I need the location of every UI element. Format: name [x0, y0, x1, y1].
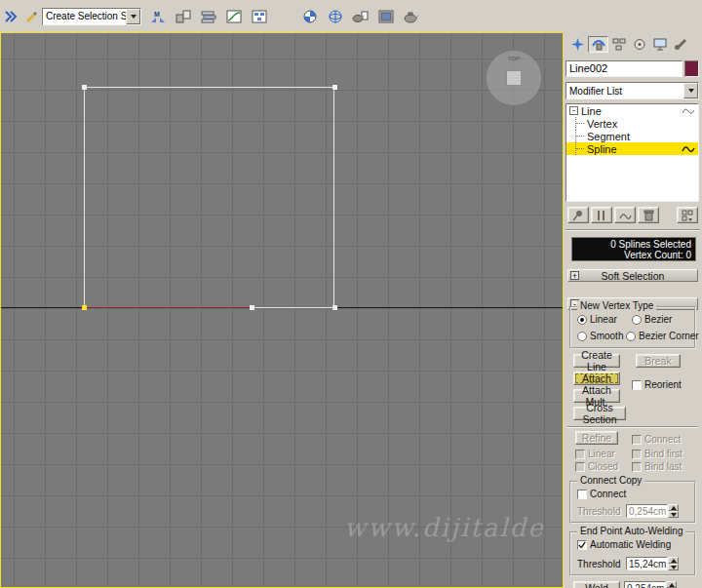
spinner-up-button[interactable] [668, 504, 679, 511]
render-setup-button[interactable] [349, 5, 372, 28]
modifier-list-combo[interactable]: Modifier List [566, 82, 699, 99]
mirror-button[interactable]: M [146, 5, 170, 28]
weld-threshold-value[interactable]: 0,254cm [624, 581, 666, 588]
radio-icon[interactable] [626, 332, 636, 341]
checkbox-icon[interactable] [632, 450, 642, 459]
reorient-checkbox[interactable]: Reorient [632, 379, 682, 390]
vertex-marker[interactable] [332, 85, 337, 90]
object-color-swatch[interactable] [684, 60, 699, 77]
stack-item-vertex[interactable]: Vertex [566, 117, 698, 130]
welding-threshold-spinner[interactable]: 15,24cm [626, 557, 679, 570]
stack-toolbar [567, 207, 698, 223]
tab-display[interactable] [649, 36, 670, 53]
named-selection-set-combo[interactable]: Create Selection Se [42, 8, 141, 25]
checkbox-checked-icon[interactable] [577, 540, 587, 550]
spinner-down-icon [671, 513, 677, 517]
rollout-soft-selection[interactable]: + Soft Selection [567, 269, 698, 282]
material-editor-button[interactable] [298, 5, 322, 28]
curve-editor-button[interactable] [222, 5, 246, 28]
top-viewport[interactable]: TOP www.dijitalde [0, 32, 564, 588]
render-type-globe-icon [328, 9, 343, 24]
pin-stack-button[interactable] [567, 207, 589, 223]
material-editor-icon [302, 9, 318, 24]
refine-button[interactable]: Refine [575, 431, 618, 445]
stack-item-spline-selected[interactable]: Spline [566, 142, 698, 155]
welding-threshold-value[interactable]: 15,24cm [626, 557, 668, 570]
bind-last-checkbox-disabled[interactable]: Bind last [632, 461, 682, 472]
vertex-marker[interactable] [82, 85, 87, 90]
weld-button[interactable]: Weld [573, 581, 620, 588]
check-icon [578, 541, 586, 549]
spinner-up-button[interactable] [668, 557, 679, 564]
tab-motion[interactable] [629, 36, 649, 53]
expander-icon[interactable]: - [569, 106, 578, 115]
edit-named-selections-button[interactable] [21, 7, 38, 26]
radio-icon[interactable] [577, 315, 587, 325]
stack-item-line[interactable]: - Line [566, 104, 698, 117]
make-unique-button[interactable] [614, 207, 636, 223]
radio-linear[interactable]: Linear [577, 314, 617, 325]
connect-checkbox-disabled[interactable]: Connect [632, 434, 681, 445]
attach-mult-button[interactable]: Attach Mult. [573, 389, 620, 403]
radio-bezier[interactable]: Bezier [632, 314, 672, 325]
threshold-spinner[interactable]: 0,254cm [626, 504, 679, 518]
layer-manager-button[interactable] [197, 5, 220, 28]
cross-section-button[interactable]: Cross Section [573, 407, 626, 420]
object-name: Line002 [569, 62, 607, 74]
tab-create[interactable] [567, 36, 588, 53]
rendered-frame-button[interactable] [374, 5, 398, 28]
tab-hierarchy[interactable] [608, 36, 629, 53]
threshold-value[interactable]: 0,254cm [626, 504, 668, 518]
first-vertex-marker[interactable] [82, 305, 87, 310]
remove-modifier-button[interactable] [638, 207, 659, 223]
spinner-up-button[interactable] [666, 581, 677, 588]
show-end-result-button[interactable] [591, 207, 612, 223]
checkbox-icon[interactable] [575, 462, 585, 472]
checkbox-icon[interactable] [577, 490, 587, 499]
rendered-frame-icon [378, 10, 394, 23]
radio-bezier-corner[interactable]: Bezier Corner [626, 331, 699, 341]
align-button[interactable] [172, 5, 195, 28]
tab-utilities[interactable] [670, 36, 690, 53]
attach-button[interactable]: Attach [573, 372, 620, 385]
break-button[interactable]: Break [636, 354, 681, 368]
automatic-welding-checkbox[interactable]: Automatic Welding [577, 539, 671, 550]
linear-checkbox-disabled[interactable]: Linear [575, 449, 615, 459]
viewcube-center-face[interactable] [506, 70, 522, 86]
connect-copy-checkbox[interactable]: Connect [577, 489, 626, 499]
checkbox-label: Reorient [644, 379, 682, 390]
modifier-stack[interactable]: - Line Vertex Segment Spline [566, 103, 699, 202]
schematic-view-button[interactable] [248, 5, 271, 28]
tree-connector [575, 142, 587, 155]
bind-first-checkbox-disabled[interactable]: Bind first [632, 449, 682, 459]
create-line-button[interactable]: Create Line [573, 354, 620, 368]
quick-render-button[interactable] [400, 5, 423, 28]
spline-shape[interactable] [84, 87, 334, 307]
stack-item-segment[interactable]: Segment [566, 130, 698, 142]
spinner-down-button[interactable] [668, 511, 679, 518]
weld-threshold-spinner[interactable]: 0,254cm [624, 581, 677, 588]
radio-icon[interactable] [632, 315, 642, 325]
vertex-marker[interactable] [250, 305, 254, 310]
object-name-field[interactable]: Line002 [566, 60, 682, 77]
modifier-list-dropdown-button[interactable] [683, 83, 698, 98]
checkbox-icon[interactable] [632, 380, 642, 390]
checkbox-icon[interactable] [575, 450, 585, 459]
vertex-marker[interactable] [332, 305, 337, 310]
radio-icon[interactable] [577, 332, 587, 341]
spinner-down-button[interactable] [668, 564, 679, 570]
tab-modify[interactable] [588, 36, 608, 53]
radio-smooth[interactable]: Smooth [577, 331, 623, 341]
checkbox-label: Closed [588, 461, 618, 472]
render-type-button[interactable] [324, 5, 347, 28]
rollout-expand-icon[interactable]: + [570, 271, 579, 280]
status-line-2: Vertex Count: 0 [576, 250, 691, 260]
closed-checkbox-disabled[interactable]: Closed [575, 461, 618, 472]
checkbox-icon[interactable] [632, 462, 642, 472]
combo-dropdown-button[interactable] [126, 9, 140, 24]
chevron-down-icon [131, 15, 136, 19]
selection-sets-button[interactable] [3, 7, 20, 26]
checkbox-icon[interactable] [632, 435, 642, 445]
viewcube[interactable]: TOP [487, 51, 541, 105]
configure-modifier-sets-button[interactable] [677, 207, 698, 223]
